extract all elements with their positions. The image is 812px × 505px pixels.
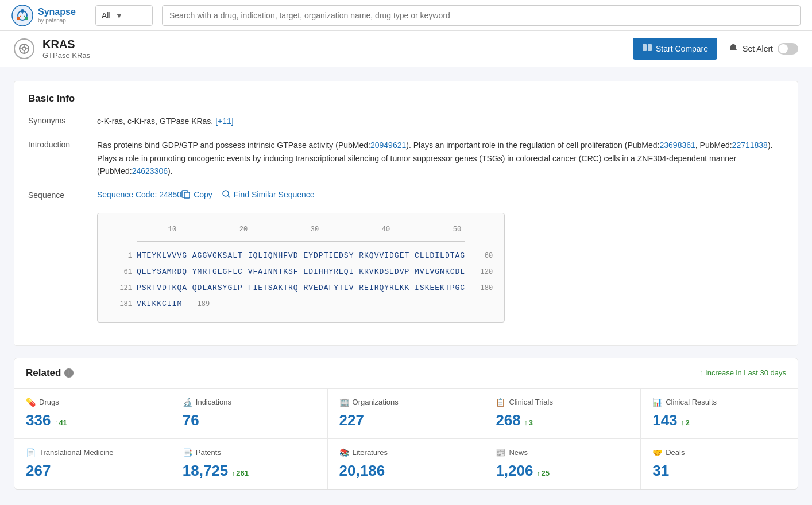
synonyms-label: Synonyms — [28, 115, 97, 125]
card-label-text: Patents — [196, 448, 221, 457]
related-card[interactable]: 📋 Clinical Trials 268↑3 — [484, 389, 641, 439]
card-label-text: News — [509, 448, 528, 457]
alert-toggle[interactable] — [778, 43, 798, 55]
seq-num-left: 121 — [109, 281, 132, 295]
related-card[interactable]: 📄 Translational Medicine 267 — [14, 439, 171, 489]
sequence-lines: 1 MTEYKLVVVG AGGVGKSALT IQLIQNHFVD EYDPT… — [109, 248, 493, 312]
find-similar-label: Find Similar Sequence — [234, 190, 315, 199]
card-count: 31 — [652, 462, 786, 480]
card-label-text: Translational Medicine — [39, 448, 114, 457]
pubmed-link-3[interactable]: 22711838 — [732, 141, 768, 150]
sequence-code-link[interactable]: Sequence Code: 24850 — [97, 190, 181, 199]
search-type-label: All — [102, 11, 111, 20]
entity-name: KRAS — [42, 38, 90, 51]
logo-subtext: by patsnap — [38, 17, 76, 24]
card-count: 267 — [26, 462, 159, 480]
ruler-mark: 20 — [208, 223, 279, 236]
svg-point-2 — [21, 9, 24, 13]
sequence-actions: Copy Find Similar Sequence — [181, 189, 315, 200]
card-label-text: Indications — [196, 398, 231, 406]
arrow-up-icon: ↑ — [54, 419, 57, 427]
intro-text1: Ras proteins bind GDP/GTP and possess in… — [97, 141, 370, 150]
card-label: 📑 Patents — [183, 448, 316, 457]
related-card[interactable]: 🤝 Deals 31 — [641, 439, 798, 489]
svg-rect-14 — [643, 44, 647, 51]
entity-header: KRAS GTPase KRas Start Compare Set Alert — [0, 31, 812, 67]
seq-num-left: 61 — [109, 265, 132, 279]
sequence-ruler: 1020304050 — [109, 223, 493, 236]
card-label-text: Clinical Results — [666, 398, 717, 406]
svg-rect-15 — [648, 44, 652, 51]
card-count: 76 — [183, 411, 316, 429]
seq-amino-text: QEEYSAMRDQ YMRTGEGFLC VFAINNTKSF EDIHHYR… — [137, 265, 465, 279]
seq-num-right: 180 — [470, 281, 493, 295]
card-icon: 🤝 — [652, 448, 662, 457]
global-search-input[interactable] — [169, 11, 793, 20]
search-type-dropdown[interactable]: All ▼ — [95, 5, 153, 26]
dropdown-arrow-icon: ▼ — [115, 11, 123, 20]
seq-num-right: 189 — [187, 297, 210, 311]
compare-icon — [642, 42, 652, 55]
svg-point-0 — [12, 5, 33, 26]
card-label-text: Clinical Trials — [509, 398, 553, 406]
copy-label: Copy — [194, 190, 212, 199]
sequence-label: Sequence — [28, 189, 97, 207]
related-section: Related i ↑ Increase in Last 30 days 💊 D… — [14, 358, 798, 490]
sequence-line: 181 VKIKKCIIM 189 — [109, 297, 493, 312]
seq-num-right: 120 — [470, 265, 493, 279]
card-count: 268↑3 — [496, 411, 629, 429]
related-info-icon[interactable]: i — [64, 368, 74, 378]
card-label-text: Deals — [666, 448, 685, 457]
copy-icon — [181, 189, 191, 200]
card-icon: 🏢 — [339, 398, 349, 407]
related-card[interactable]: 📚 Literatures 20,186 — [328, 439, 485, 489]
related-card[interactable]: 🏢 Organizations 227 — [328, 389, 485, 439]
card-label: 📄 Translational Medicine — [26, 448, 159, 457]
main-content: Basic Info Synonyms c-K-ras, c-Ki-ras, G… — [0, 67, 812, 505]
increase-badge: ↑25 — [536, 469, 549, 477]
entity-info: KRAS GTPase KRas — [14, 38, 90, 60]
sequence-line: 61 QEEYSAMRDQ YMRTGEGFLC VFAINNTKSF EDIH… — [109, 265, 493, 279]
bell-icon — [729, 44, 738, 55]
card-count: 20,186 — [339, 462, 473, 480]
card-icon: 🔬 — [183, 398, 192, 407]
alert-label: Set Alert — [743, 44, 773, 53]
introduction-value: Ras proteins bind GDP/GTP and possess in… — [97, 139, 784, 177]
card-icon: 📄 — [26, 448, 36, 457]
svg-rect-16 — [184, 192, 190, 198]
intro-text5: ). — [168, 166, 173, 176]
find-similar-sequence-button[interactable]: Find Similar Sequence — [222, 189, 315, 200]
related-title: Related — [26, 367, 61, 379]
card-label: 💊 Drugs — [26, 398, 159, 407]
pubmed-link-2[interactable]: 23698361 — [659, 141, 695, 150]
synonyms-more-link[interactable]: [+11] — [215, 116, 234, 126]
related-card[interactable]: 💊 Drugs 336↑41 — [14, 389, 171, 439]
seq-amino-text: PSRTVDTKQA QDLARSYGIP FIETSAKTRQ RVEDAFY… — [137, 281, 465, 296]
arrow-up-icon: ↑ — [231, 469, 235, 477]
sequence-line: 121 PSRTVDTKQA QDLARSYGIP FIETSAKTRQ RVE… — [109, 281, 493, 296]
pubmed-link-1[interactable]: 20949621 — [370, 141, 406, 150]
sequence-box-wrapper: 1020304050 1 MTEYKLVVVG AGGVGKSALT IQLIQ… — [28, 213, 505, 323]
pubmed-link-4[interactable]: 24623306 — [132, 166, 168, 176]
sequence-header-row: Sequence Sequence Code: 24850 Copy — [28, 189, 315, 207]
card-count: 227 — [339, 411, 473, 429]
card-icon: 📑 — [183, 448, 192, 457]
compare-label: Start Compare — [656, 44, 708, 53]
related-card[interactable]: 📰 News 1,206↑25 — [484, 439, 641, 489]
logo-name: Synapse — [38, 6, 76, 17]
ruler-mark: 50 — [422, 223, 493, 236]
card-label: 📋 Clinical Trials — [496, 398, 629, 407]
start-compare-button[interactable]: Start Compare — [633, 38, 717, 60]
global-search-wrap — [162, 5, 801, 26]
ruler-line — [137, 241, 465, 242]
svg-point-17 — [223, 191, 229, 196]
related-card[interactable]: 🔬 Indications 76 — [171, 389, 328, 439]
sequence-controls: Sequence Code: 24850 Copy Fi — [97, 189, 315, 200]
basic-info-title: Basic Info — [28, 93, 784, 104]
copy-sequence-button[interactable]: Copy — [181, 189, 212, 200]
intro-text3: , PubMed: — [695, 141, 732, 150]
related-card[interactable]: 📑 Patents 18,725↑261 — [171, 439, 328, 489]
related-row-1: 💊 Drugs 336↑41 🔬 Indications 76 🏢 Organi… — [14, 389, 798, 439]
card-icon: 📊 — [652, 398, 662, 407]
related-card[interactable]: 📊 Clinical Results 143↑2 — [641, 389, 798, 439]
